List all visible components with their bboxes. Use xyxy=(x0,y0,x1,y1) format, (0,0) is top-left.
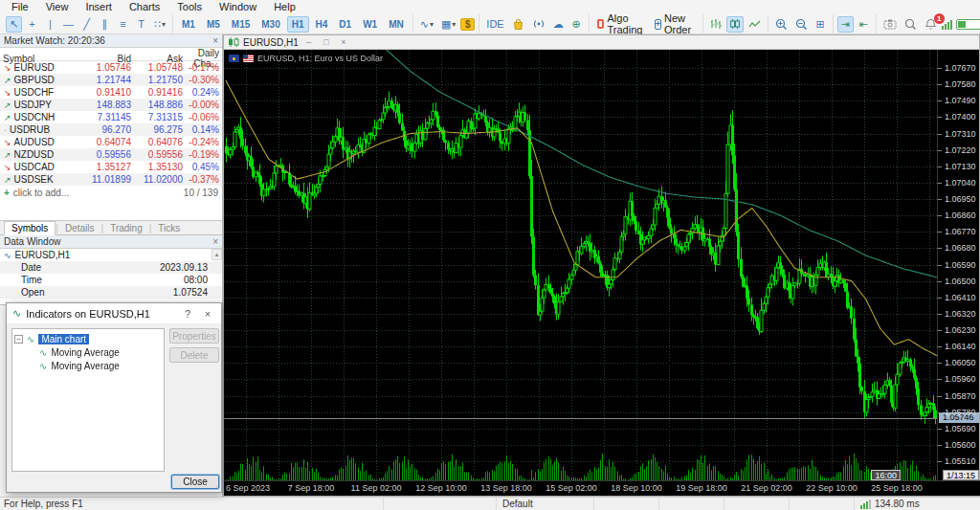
tree-collapse-icon[interactable]: − xyxy=(14,335,23,344)
indicators-list-icon[interactable]: ∿▾ xyxy=(417,16,436,33)
cloud-vps-icon[interactable]: ☁ xyxy=(550,16,567,33)
indicators-tree[interactable]: − ∿ Main chart ∿Moving Average∿Moving Av… xyxy=(11,328,165,472)
connection-status[interactable] xyxy=(942,19,980,30)
table-row[interactable]: ·USDRUB96.27096.2750.14% xyxy=(0,123,222,136)
menu-view[interactable]: View xyxy=(37,0,78,14)
timeframe-mn[interactable]: MN xyxy=(384,16,409,33)
timeframe-h1[interactable]: H1 xyxy=(287,16,309,33)
menu-file[interactable]: File xyxy=(3,0,37,14)
fibonacci-tool-icon[interactable]: ≡ xyxy=(115,16,131,33)
tree-indicator-item[interactable]: ∿Moving Average xyxy=(14,345,162,359)
chart-window-titlebar[interactable]: EURUSD,H1 – □ × xyxy=(224,35,979,50)
table-row[interactable]: ↗USDCNH7.311457.31315-0.06% xyxy=(0,111,222,123)
price-axis[interactable]: 1.05746 1.076701.075801.074901.074001.07… xyxy=(937,50,979,482)
objects-list-icon[interactable]: ▦▾ xyxy=(438,16,458,33)
notifications-bell-icon[interactable]: 1 xyxy=(922,16,940,33)
toolbar-group-misc: 1 xyxy=(877,14,980,34)
deposit-icon[interactable]: $ xyxy=(460,18,475,31)
candlestick-mode-icon[interactable] xyxy=(726,16,744,33)
menu-insert[interactable]: Insert xyxy=(77,0,121,14)
market-watch-panel: Market Watch: 20:20:36 × SymbolBidAskDai… xyxy=(0,34,222,235)
help-button[interactable]: ? xyxy=(180,308,195,320)
bar-chart-mode-icon[interactable] xyxy=(707,16,724,33)
data-window-header[interactable]: Data Window × xyxy=(0,235,222,249)
table-row[interactable]: ↘AUDUSD0.640740.64076-0.24% xyxy=(0,136,222,148)
close-icon[interactable]: × xyxy=(212,35,218,46)
algo-trading-button[interactable]: Algo Trading xyxy=(593,12,649,35)
status-profile[interactable]: Default xyxy=(496,498,593,510)
tree-indicator-item[interactable]: ∿Moving Average xyxy=(14,359,162,372)
properties-button[interactable]: Properties xyxy=(169,328,219,344)
market-watch-header[interactable]: Market Watch: 20:20:36 × xyxy=(0,34,222,48)
tab-ticks[interactable]: Ticks xyxy=(151,222,187,234)
close-icon[interactable]: × xyxy=(212,236,218,247)
new-order-button[interactable]: + New Order xyxy=(651,12,699,35)
tab-details[interactable]: Details xyxy=(58,222,101,234)
zoom-in-icon[interactable] xyxy=(772,16,791,33)
data-window-row: Open1.07524 xyxy=(0,286,222,299)
table-row[interactable]: ↗USDSEK11.0189911.02000-0.37% xyxy=(0,173,222,186)
table-row[interactable]: ↘USDCHF0.914100.914160.24% xyxy=(0,86,222,99)
timeframe-m30[interactable]: M30 xyxy=(256,16,284,33)
data-window-symbol-row[interactable]: ∿ EURUSD,H1 xyxy=(0,249,222,261)
table-row[interactable]: ↗NZDUSD0.595560.59556-0.19% xyxy=(0,148,222,161)
tile-windows-icon[interactable]: ⊞ xyxy=(813,16,829,33)
screenshot-camera-icon[interactable] xyxy=(880,16,900,33)
timeframe-m5[interactable]: M5 xyxy=(202,16,225,33)
chart-plot-area[interactable]: EURUSD, H1: Euro vs US Dollar 16:00 1/13… xyxy=(224,50,939,482)
price-chart-canvas[interactable] xyxy=(224,50,939,482)
timeframe-h4[interactable]: H4 xyxy=(311,16,333,33)
toolbar-group-trading: Algo Trading + New Order xyxy=(590,14,703,34)
menu-window[interactable]: Window xyxy=(211,0,265,14)
trendline-tool-icon[interactable]: ╱ xyxy=(78,16,95,33)
cursor-tool-icon[interactable]: ↖ xyxy=(6,16,22,33)
bar-time-badge: 16:00 xyxy=(871,470,901,480)
table-row[interactable]: ↘EURUSD1.057461.05748-0.17% xyxy=(0,61,222,74)
delete-button[interactable]: Delete xyxy=(169,347,219,363)
maximize-icon[interactable]: □ xyxy=(320,37,333,47)
crosshair-tool-icon[interactable]: + xyxy=(24,16,40,33)
scroll-up-arrow[interactable]: ▲ xyxy=(212,249,222,260)
shapes-tool-icon[interactable]: ∷▾ xyxy=(151,16,168,33)
timeframe-m15[interactable]: M15 xyxy=(227,16,255,33)
minimize-icon[interactable]: – xyxy=(302,37,316,47)
status-latency[interactable]: 134.80 ms xyxy=(854,498,980,510)
vertical-line-tool-icon[interactable]: | xyxy=(42,16,58,33)
bid-value: 0.64074 xyxy=(84,137,134,147)
bid-value: 7.31145 xyxy=(84,112,134,122)
close-icon[interactable]: × xyxy=(337,37,350,47)
table-row[interactable]: ↗GBPUSD1.217441.21750-0.30% xyxy=(0,74,222,86)
resize-grip[interactable]: ⋰ xyxy=(212,482,220,491)
search-icon[interactable] xyxy=(902,16,920,33)
chevron-down-icon[interactable]: ▾ xyxy=(430,20,434,29)
menu-help[interactable]: Help xyxy=(265,0,304,14)
auto-scroll-icon[interactable]: ⇥ xyxy=(837,16,854,33)
tree-root-row[interactable]: − ∿ Main chart xyxy=(14,332,162,345)
indicators-dialog-titlebar[interactable]: ∿ Indicators on EURUSD,H1 ? × xyxy=(7,303,221,323)
signals-broadcast-icon[interactable] xyxy=(529,16,548,33)
zoom-out-icon[interactable] xyxy=(792,16,811,33)
table-row[interactable]: ↘USDCAD1.351271.351300.45% xyxy=(0,161,222,173)
table-row[interactable]: ↗USDJPY148.883148.886-0.00% xyxy=(0,99,222,111)
channel-tool-icon[interactable]: ∥ xyxy=(97,16,113,33)
market-watch-column-headers[interactable]: SymbolBidAskDaily Cha... xyxy=(0,48,222,61)
time-axis[interactable]: 6 Sep 20237 Sep 18:0011 Sep 02:0012 Sep … xyxy=(224,480,980,496)
web-terminal-globe-icon[interactable]: ⊕ xyxy=(568,16,585,33)
tab-trading[interactable]: Trading xyxy=(103,222,149,234)
close-icon[interactable]: × xyxy=(200,308,215,320)
timeframe-m1[interactable]: M1 xyxy=(177,16,200,33)
menu-charts[interactable]: Charts xyxy=(121,0,168,14)
tab-symbols[interactable]: Symbols xyxy=(4,221,56,235)
add-symbol-row[interactable]: + click to add... 10 / 139 xyxy=(0,186,222,199)
chevron-down-icon[interactable]: ▾ xyxy=(452,20,456,29)
timeframe-w1[interactable]: W1 xyxy=(358,16,382,33)
chevron-down-icon[interactable]: ▾ xyxy=(162,20,166,29)
menu-tools[interactable]: Tools xyxy=(168,0,211,14)
market-bag-icon[interactable] xyxy=(509,16,527,33)
chart-shift-icon[interactable]: ⇤ xyxy=(856,16,872,33)
text-tool-icon[interactable]: T xyxy=(133,16,149,33)
horizontal-line-tool-icon[interactable]: ― xyxy=(60,16,77,33)
line-chart-mode-icon[interactable] xyxy=(746,16,764,33)
timeframe-d1[interactable]: D1 xyxy=(334,16,356,33)
ide-button[interactable]: IDE xyxy=(483,16,506,33)
